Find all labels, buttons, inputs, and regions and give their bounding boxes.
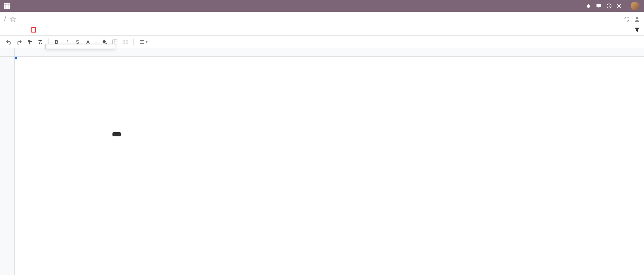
apps-icon[interactable] xyxy=(3,2,11,10)
svg-rect-4 xyxy=(6,5,8,7)
breadcrumb: / xyxy=(4,15,6,23)
align-icon[interactable]: ▼ xyxy=(137,37,150,46)
menu-data[interactable] xyxy=(51,27,54,33)
debug-icon[interactable] xyxy=(586,3,591,8)
breadcrumb-row: / xyxy=(0,12,644,25)
svg-rect-7 xyxy=(6,7,8,9)
select-all-corner[interactable] xyxy=(0,48,14,57)
svg-rect-8 xyxy=(8,7,10,9)
menu-file[interactable] xyxy=(4,27,7,33)
column-headers xyxy=(15,48,644,57)
row-headers xyxy=(0,48,15,275)
user-icon xyxy=(635,17,640,22)
activities-icon[interactable] xyxy=(606,3,612,9)
svg-rect-12 xyxy=(123,41,125,43)
menu-edit[interactable] xyxy=(13,27,16,33)
avatar xyxy=(631,2,639,10)
selection-box xyxy=(15,57,16,58)
filter-icon[interactable] xyxy=(634,27,640,33)
svg-rect-6 xyxy=(4,7,6,9)
messages-icon[interactable] xyxy=(596,3,601,9)
user-menu[interactable] xyxy=(631,2,641,10)
menu-view[interactable] xyxy=(22,27,25,33)
svg-rect-3 xyxy=(4,5,6,7)
menubar xyxy=(0,25,644,36)
close-icon[interactable] xyxy=(617,4,621,8)
favorite-star-icon[interactable] xyxy=(9,16,16,23)
redo-icon[interactable] xyxy=(15,37,24,46)
menu-format[interactable] xyxy=(42,27,45,33)
merge-icon[interactable] xyxy=(121,37,130,46)
spreadsheet xyxy=(0,48,644,275)
spinner-icon xyxy=(624,17,629,22)
svg-rect-2 xyxy=(8,3,10,5)
clear-format-icon[interactable] xyxy=(36,37,45,46)
svg-rect-0 xyxy=(4,3,6,5)
topbar xyxy=(0,0,644,12)
svg-rect-5 xyxy=(8,5,10,7)
menu-insert[interactable] xyxy=(31,27,36,33)
undo-icon[interactable] xyxy=(4,37,13,46)
paint-format-icon[interactable] xyxy=(25,37,34,46)
insert-dropdown xyxy=(45,44,115,49)
svg-rect-1 xyxy=(6,3,8,5)
tooltip xyxy=(112,132,121,136)
svg-rect-13 xyxy=(126,41,128,43)
